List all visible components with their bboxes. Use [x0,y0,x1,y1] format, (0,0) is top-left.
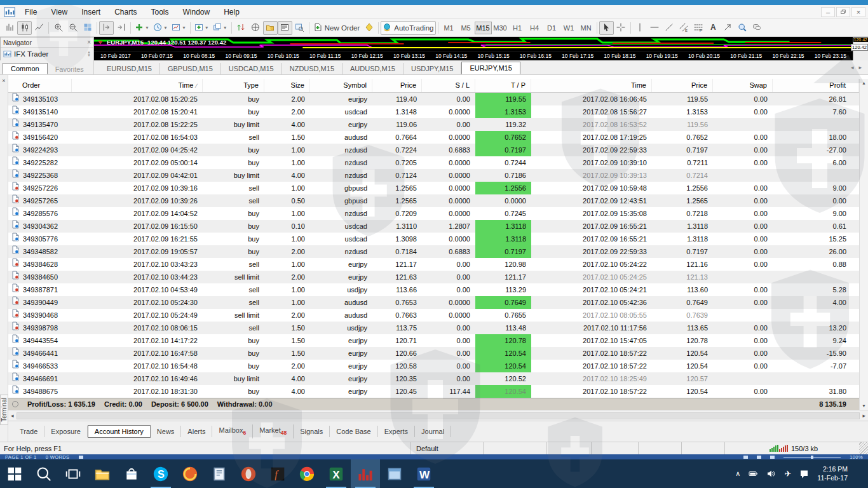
terminal-tab-code-base[interactable]: Code Base [330,426,377,437]
taskbar-flash-icon[interactable]: f [263,459,292,488]
tray-caret-icon[interactable]: ∧ [735,470,740,478]
arrows-button[interactable] [721,21,735,35]
menu-charts[interactable]: Charts [107,8,144,17]
taskbar-notepad-icon[interactable] [205,459,234,488]
periods-button[interactable]: ▼ [151,21,170,35]
table-row[interactable]: 3494886752017.02.10 18:31:30buy4.00eurjp… [8,385,859,398]
data-window-button[interactable] [234,21,248,35]
terminal-tab-journal[interactable]: Journal [415,426,451,437]
bar-chart-button[interactable] [3,21,17,35]
col-order[interactable]: Order [8,79,72,92]
scroll-up-icon[interactable]: ▲ [862,79,866,87]
auto-scroll-button[interactable] [99,21,114,35]
candlestick-chart-button[interactable] [17,21,32,35]
vertical-line-button[interactable] [633,21,648,35]
taskbar-file-explorer-icon[interactable] [88,459,117,488]
terminal-tab-mailbox[interactable]: Mailbox6 [212,424,253,438]
table-row[interactable]: 3492855762017.02.09 14:04:52buy1.00nzdus… [8,207,859,220]
menu-help[interactable]: Help [217,8,247,17]
fibonacci-button[interactable]: F [691,21,706,35]
col-sl[interactable]: S / L [422,79,475,92]
read-mode-icon[interactable] [743,456,748,459]
horizontal-scrollbar[interactable]: ◂ ▸ [8,410,868,421]
table-row[interactable]: 3492253682017.02.09 04:42:01buy limit4.0… [8,169,859,182]
airplane-mode-icon[interactable]: ✈ [784,469,791,478]
menu-tools[interactable]: Tools [144,8,176,17]
table-row[interactable]: 3493846502017.02.10 03:44:23sell limit2.… [8,271,859,283]
chart-tab-usdcad[interactable]: USDCAD,M15 [221,63,282,74]
indicators-button[interactable]: ▼ [133,21,151,35]
zoom-out-button[interactable] [65,21,80,35]
templates-button[interactable]: ▼ [170,21,188,35]
status-profile[interactable]: Default [410,442,483,454]
taskbar-firefox-icon[interactable] [175,459,205,488]
chart-tab-eurjpy[interactable]: EURJPY,M15 [461,62,520,74]
col-price[interactable]: Price [372,79,422,92]
table-row[interactable]: 3493987982017.02.10 08:06:15sell1.50usdj… [8,322,859,334]
menu-file[interactable]: File [18,8,44,17]
table-row[interactable]: 3494665332017.02.10 16:54:48buy2.00eurjp… [8,360,859,372]
table-row[interactable]: 3492252822017.02.09 05:00:14buy1.00nzdus… [8,156,859,169]
zoom-slider[interactable] [783,457,841,458]
line-chart-button[interactable] [32,21,46,35]
restore-button[interactable] [836,7,850,17]
notifications-icon[interactable] [799,469,809,478]
table-row[interactable]: 3492242932017.02.09 04:25:42buy1.00nzdus… [8,144,859,156]
col-type[interactable]: Type [203,79,264,92]
volume-icon[interactable] [766,469,776,478]
col-open-time[interactable]: Time∕ [72,79,203,92]
vertical-scrollbar[interactable]: ▲ ▼ [859,79,868,410]
zoom-in-button[interactable] [51,21,65,35]
table-row[interactable]: 3493904492017.02.10 05:24:30sell1.00audu… [8,296,859,309]
table-row[interactable]: 3493846282017.02.10 03:43:23sell1.00eurj… [8,258,859,271]
equidistant-channel-button[interactable]: E [677,21,691,35]
taskbar-word-icon[interactable]: W [409,459,438,488]
terminal-tab-alerts[interactable]: Alerts [181,426,212,437]
web-layout-icon[interactable] [770,456,775,459]
scrollbar-thumb[interactable] [17,412,860,419]
menu-window[interactable]: Window [176,8,217,17]
taskbar-opera-icon[interactable] [234,459,263,488]
chart-tab-usdjpy[interactable]: USDJPY,M15 [403,63,461,74]
menu-view[interactable]: View [44,8,74,17]
scroll-down-icon[interactable]: ▼ [862,402,866,410]
chart-tab-eurusd[interactable]: EURUSD,M15 [99,63,160,74]
col-tp[interactable]: T / P [475,79,531,92]
table-row[interactable]: 3493043622017.02.09 16:15:50buy0.10usdca… [8,220,859,233]
taskbar-clock[interactable]: 2:16 PM 11-Feb-17 [817,465,850,482]
table-row[interactable]: 3493904682017.02.10 05:24:49sell limit2.… [8,309,859,322]
col-swap[interactable]: Swap [713,79,773,92]
menu-insert[interactable]: Insert [74,8,107,17]
terminal-tab-experts[interactable]: Experts [378,426,415,437]
chart-price-scale[interactable]: 120.42 120.42 [853,37,868,60]
scroll-right-icon[interactable]: ▸ [862,412,865,419]
scroll-left-icon[interactable]: ◂ [11,412,14,419]
col-symbol[interactable]: Symbol [310,79,372,92]
timeframe-h1-button[interactable]: H1 [509,22,526,34]
table-row[interactable]: 3491354702017.02.08 15:22:25buy limit4.0… [8,118,859,131]
navigator-close-icon[interactable]: × [87,39,91,46]
text-label-button[interactable]: A [706,21,721,35]
close-button[interactable]: × [851,7,865,17]
table-row[interactable]: 3493878712017.02.10 04:53:49sell1.00usdj… [8,283,859,296]
tab-scroll-right-icon[interactable]: ▸ [858,64,862,71]
terminal-tab-account-history[interactable]: Account History [88,425,151,438]
autotrading-button[interactable]: AutoTrading [381,21,435,35]
new-chart-button[interactable]: ▼ [193,21,211,35]
table-row[interactable]: 3491351402017.02.08 15:20:41buy2.00usdca… [8,105,859,118]
trendline-button[interactable] [662,21,677,35]
cursor-button[interactable] [599,21,614,35]
taskbar-store-icon[interactable] [117,459,146,488]
chart-tab-nzdusd[interactable]: NZDUSD,M15 [282,63,342,74]
crosshair-button[interactable] [614,21,628,35]
timeframe-m5-button[interactable]: M5 [458,22,475,34]
timeframe-h4-button[interactable]: H4 [526,22,543,34]
strategy-tester-button[interactable] [292,21,307,35]
profiles-button[interactable]: ▼ [211,21,229,35]
metaeditor-button[interactable] [362,21,376,35]
col-close-time[interactable]: Time [531,79,652,92]
table-row[interactable]: 3494435542017.02.10 14:17:22buy1.50eurjp… [8,334,859,347]
taskbar-task-view-icon[interactable] [58,459,88,488]
terminal-panel-button[interactable] [278,21,292,35]
magnifier-button[interactable] [735,21,750,35]
